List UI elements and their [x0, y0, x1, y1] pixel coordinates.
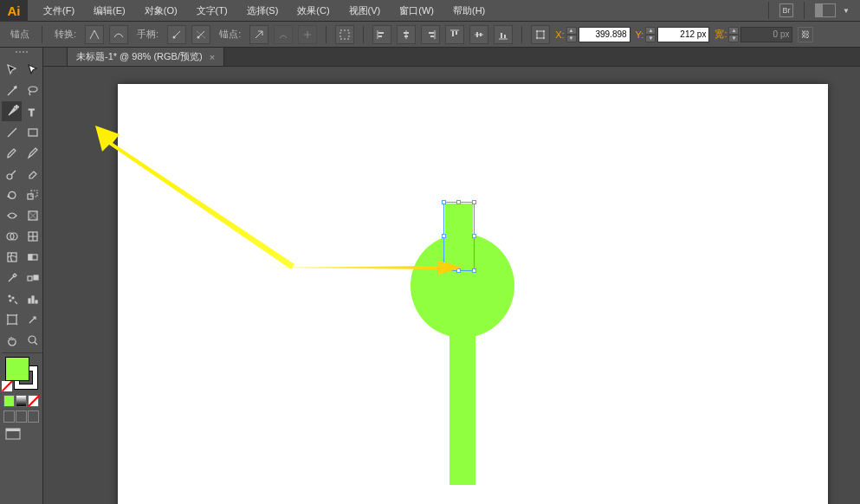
draw-inside-icon[interactable] [28, 410, 39, 423]
menu-file[interactable]: 文件(F) [35, 1, 83, 21]
svg-point-56 [29, 336, 36, 343]
default-colors-icon[interactable] [2, 381, 12, 391]
toolbar-handle[interactable] [0, 51, 42, 58]
artboard[interactable] [118, 84, 828, 504]
menu-object[interactable]: 对象(O) [136, 1, 186, 21]
screen-mode-button[interactable] [0, 424, 42, 445]
cut-path-button[interactable] [298, 25, 317, 44]
selection-tool[interactable] [2, 60, 22, 80]
live-paint-tool[interactable] [23, 226, 42, 246]
rectangle-tool[interactable] [23, 122, 42, 142]
blend-tool[interactable] [23, 268, 42, 288]
x-spinner[interactable]: ▲▼ [566, 27, 577, 42]
width-tool[interactable] [2, 205, 22, 225]
artboard-tool[interactable] [2, 309, 22, 329]
menu-bar: Ai 文件(F) 编辑(E) 对象(O) 文字(T) 选择(S) 效果(C) 视… [0, 0, 860, 22]
menu-effect[interactable]: 效果(C) [288, 1, 338, 21]
gradient-tool[interactable] [23, 247, 42, 267]
menu-select[interactable]: 选择(S) [238, 1, 288, 21]
svg-rect-19 [476, 32, 478, 37]
lasso-tool[interactable] [23, 81, 42, 100]
zoom-tool[interactable] [23, 330, 42, 350]
convert-label: 转换: [51, 28, 80, 41]
selection-handle[interactable] [442, 234, 446, 238]
x-input[interactable] [579, 27, 630, 42]
shape-builder-tool[interactable] [2, 226, 22, 246]
align-bottom-button[interactable] [494, 25, 513, 44]
selection-handle[interactable] [472, 234, 476, 238]
color-mode-solid[interactable] [3, 395, 15, 407]
menu-help[interactable]: 帮助(H) [444, 1, 494, 21]
remove-anchor-button[interactable] [249, 25, 268, 44]
rotate-tool[interactable] [2, 184, 22, 204]
transform-proxy-button[interactable] [531, 25, 550, 44]
artwork-stem[interactable] [449, 329, 475, 485]
svg-rect-8 [378, 36, 382, 37]
canvas-viewport[interactable] [43, 67, 860, 504]
y-input[interactable] [657, 27, 709, 42]
selection-handle[interactable] [442, 200, 446, 204]
svg-rect-52 [29, 299, 30, 303]
handle-label: 手柄: [133, 28, 162, 41]
selection-handle[interactable] [472, 268, 476, 273]
eraser-tool[interactable] [23, 164, 42, 184]
color-mode-gradient[interactable] [16, 395, 27, 407]
eyedropper-tool[interactable] [2, 268, 22, 288]
connect-anchor-button[interactable] [274, 25, 293, 44]
column-graph-tool[interactable] [23, 288, 42, 308]
selection-handle[interactable] [456, 200, 461, 204]
document-area: 未标题-1* @ 98% (RGB/预览) × [43, 48, 860, 504]
selection-bounding-box[interactable] [443, 202, 475, 271]
scale-tool[interactable] [23, 184, 42, 204]
svg-text:+: + [14, 105, 19, 112]
selection-handle[interactable] [442, 268, 446, 273]
pencil-tool[interactable] [23, 143, 42, 163]
magic-wand-tool[interactable] [2, 81, 22, 100]
hand-tool[interactable] [2, 330, 22, 350]
symbol-sprayer-tool[interactable] [2, 288, 22, 308]
free-transform-tool[interactable] [23, 205, 42, 225]
align-hcenter-button[interactable] [397, 25, 416, 44]
pen-tool[interactable]: + [2, 101, 22, 121]
blob-brush-tool[interactable] [2, 164, 22, 184]
convert-smooth-button[interactable] [109, 25, 128, 44]
color-mode-none[interactable] [28, 395, 39, 407]
selection-handle[interactable] [456, 268, 461, 273]
type-tool[interactable]: T [23, 101, 42, 121]
line-tool[interactable] [2, 122, 22, 142]
draw-behind-icon[interactable] [16, 410, 27, 423]
arrange-docs-icon[interactable] [815, 3, 836, 17]
menu-edit[interactable]: 编辑(E) [85, 1, 134, 21]
bridge-icon[interactable]: Br [779, 3, 793, 17]
menu-view[interactable]: 视图(V) [340, 1, 390, 21]
handle-hide-button[interactable] [191, 25, 210, 44]
mesh-tool[interactable] [2, 247, 22, 267]
tool-separator [2, 352, 42, 353]
fill-swatch[interactable] [5, 357, 29, 381]
handle-show-button[interactable] [167, 25, 186, 44]
svg-point-49 [9, 295, 10, 297]
w-spinner[interactable]: ▲▼ [728, 27, 739, 42]
align-left-button[interactable] [372, 25, 391, 44]
convert-corner-button[interactable] [85, 25, 104, 44]
align-vcenter-button[interactable] [469, 25, 488, 44]
y-label: Y: [636, 29, 644, 40]
dropdown-caret-icon[interactable]: ▼ [843, 7, 850, 15]
tab-close-icon[interactable]: × [210, 52, 215, 62]
menu-type[interactable]: 文字(T) [188, 1, 236, 21]
draw-normal-icon[interactable] [3, 410, 15, 423]
y-spinner[interactable]: ▲▼ [645, 27, 656, 42]
paintbrush-tool[interactable] [2, 143, 22, 163]
selection-handle[interactable] [472, 200, 476, 204]
align-top-button[interactable] [445, 25, 464, 44]
link-wh-icon[interactable]: ⛓ [798, 27, 813, 42]
document-tab[interactable]: 未标题-1* @ 98% (RGB/预览) × [68, 48, 224, 66]
align-right-button[interactable] [421, 25, 440, 44]
direct-selection-tool[interactable] [23, 60, 42, 80]
w-input[interactable] [740, 27, 792, 42]
slice-tool[interactable] [23, 309, 42, 329]
color-swatches [0, 355, 42, 393]
menu-window[interactable]: 窗口(W) [391, 1, 443, 21]
svg-rect-44 [8, 253, 16, 262]
isolate-button[interactable] [335, 25, 354, 44]
